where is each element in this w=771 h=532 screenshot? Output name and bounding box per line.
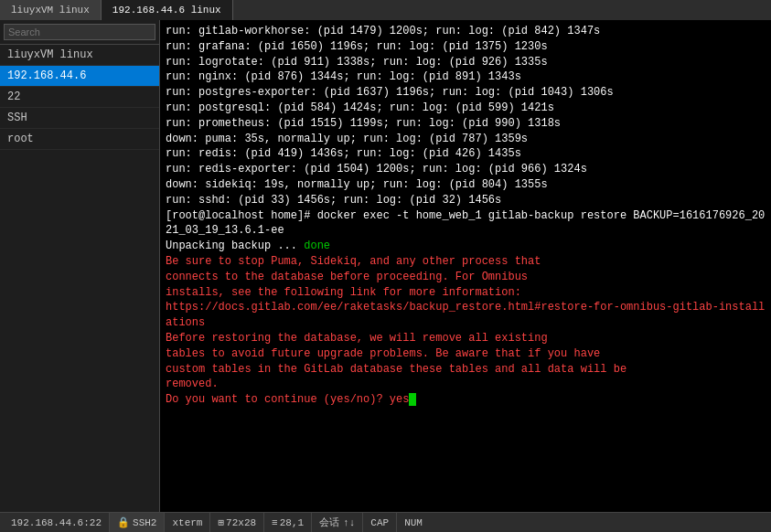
position-icon: ≡ bbox=[272, 517, 278, 528]
sidebar: liuyxVM linux 192.168.44.6 22 SSH root bbox=[0, 20, 160, 512]
terminal-line: run: logrotate: (pid 911) 1338s; run: lo… bbox=[166, 55, 766, 70]
terminal-line: run: postgres-exporter: (pid 1637) 1196s… bbox=[166, 85, 766, 101]
terminal-line: run: prometheus: (pid 1515) 1199s; run: … bbox=[166, 116, 766, 132]
terminal-line: run: postgresql: (pid 584) 1424s; run: l… bbox=[166, 101, 766, 116]
terminal-line: Before restoring the database, we will r… bbox=[166, 331, 766, 346]
terminal-line: down: sidekiq: 19s, normally up; run: lo… bbox=[166, 177, 766, 193]
tab-liuyxvm[interactable]: liuyxVM linux bbox=[0, 0, 102, 20]
terminal-line: run: grafana: (pid 1650) 1196s; run: log… bbox=[166, 39, 766, 55]
status-ssh2: 🔒 SSH2 bbox=[110, 513, 165, 532]
terminal-line: Be sure to stop Puma, Sidekiq, and any o… bbox=[166, 254, 766, 270]
status-cap: CAP bbox=[363, 513, 397, 532]
sessions-arrows-icon: ↑↓ bbox=[343, 517, 355, 528]
terminal-line: installs, see the following link for mor… bbox=[166, 285, 766, 301]
terminal-line: custom tables in the GitLab database the… bbox=[166, 362, 766, 378]
terminal-line: tables to avoid future upgrade problems.… bbox=[166, 346, 766, 362]
search-input[interactable] bbox=[4, 24, 155, 40]
terminal-line: Do you want to continue (yes/no)? yes bbox=[166, 392, 766, 408]
terminal[interactable]: run: gitlab-workhorse: (pid 1479) 1200s;… bbox=[160, 20, 771, 512]
resize-icon: ⊞ bbox=[218, 516, 224, 528]
terminal-line: run: redis: (pid 419) 1436s; run: log: (… bbox=[166, 146, 766, 162]
terminal-line: down: puma: 35s, normally up; run: log: … bbox=[166, 132, 766, 147]
tab-bar: liuyxVM linux 192.168.44.6 linux bbox=[0, 0, 771, 20]
terminal-line: run: gitlab-workhorse: (pid 1479) 1200s;… bbox=[166, 24, 766, 39]
status-sessions: 会话 ↑↓ bbox=[312, 513, 363, 532]
sidebar-item-root[interactable]: root bbox=[0, 129, 159, 150]
terminal-line: run: redis-exporter: (pid 1504) 1200s; r… bbox=[166, 162, 766, 177]
status-position: ≡ 28,1 bbox=[264, 513, 312, 532]
terminal-line: run: nginx: (pid 876) 1344s; run: log: (… bbox=[166, 69, 766, 85]
terminal-line: Unpacking backup ... done bbox=[166, 239, 766, 254]
status-num: NUM bbox=[397, 513, 430, 532]
status-terminal-type: xterm bbox=[165, 513, 210, 532]
sidebar-search-container bbox=[0, 20, 159, 45]
sidebar-item-liuyxvm[interactable]: liuyxVM linux bbox=[0, 45, 159, 66]
terminal-line: removed. bbox=[166, 377, 766, 392]
terminal-line: https://docs.gitlab.com/ee/raketasks/bac… bbox=[166, 300, 766, 331]
tab-192[interactable]: 192.168.44.6 linux bbox=[102, 0, 233, 20]
status-ip: 192.168.44.6:22 bbox=[4, 513, 110, 532]
main-area: liuyxVM linux 192.168.44.6 22 SSH root r… bbox=[0, 20, 771, 512]
sidebar-item-ssh[interactable]: SSH bbox=[0, 108, 159, 129]
sidebar-item-ip[interactable]: 192.168.44.6 bbox=[0, 66, 159, 87]
cursor bbox=[409, 393, 416, 406]
ssh-icon: 🔒 bbox=[117, 516, 130, 528]
terminal-line: connects to the database before proceedi… bbox=[166, 270, 766, 285]
terminal-line: [root@localhost home]# docker exec -t ho… bbox=[166, 208, 766, 239]
sidebar-item-port[interactable]: 22 bbox=[0, 87, 159, 108]
terminal-line: run: sshd: (pid 33) 1456s; run: log: (pi… bbox=[166, 193, 766, 208]
status-size: ⊞ 72x28 bbox=[210, 513, 264, 532]
status-bar: 192.168.44.6:22 🔒 SSH2 xterm ⊞ 72x28 ≡ 2… bbox=[0, 512, 771, 532]
